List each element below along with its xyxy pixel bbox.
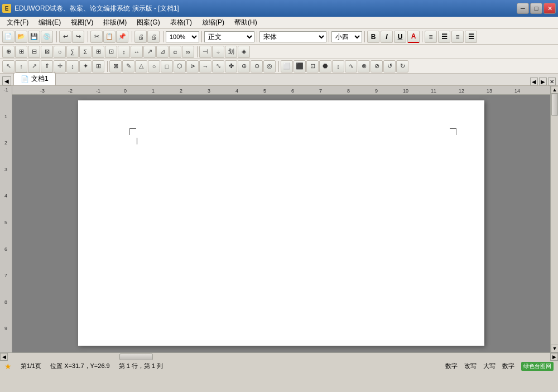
extra-btn-10[interactable]: ✎ <box>122 60 134 72</box>
draw-btn-13[interactable]: ⊿ <box>156 46 169 58</box>
draw-btn-2[interactable]: ⊞ <box>15 46 27 58</box>
draw-btn-11[interactable]: ↔ <box>131 46 143 58</box>
draw-btn-9[interactable]: ⊡ <box>105 46 117 58</box>
align-justify-button[interactable]: ☰ <box>465 31 477 43</box>
scroll-thumb[interactable] <box>551 94 558 116</box>
scroll-down-button[interactable]: ▼ <box>551 345 558 352</box>
extra-btn-6[interactable]: ↕ <box>66 60 79 72</box>
extra-btn-13[interactable]: □ <box>161 60 173 72</box>
scroll-track[interactable] <box>551 94 558 345</box>
cut-button[interactable]: ✂ <box>90 31 103 43</box>
tab-scroll-left[interactable]: ◀ <box>530 78 538 85</box>
draw-btn-15[interactable]: ∞ <box>182 46 194 58</box>
font-select[interactable]: 宋体 <box>259 31 326 42</box>
menu-graphics[interactable]: 图案(G) <box>132 17 164 28</box>
open-button[interactable]: 📂 <box>15 31 27 43</box>
hscroll-left-button[interactable]: ◀ <box>0 353 8 361</box>
status-mode1[interactable]: 数字 <box>445 362 458 371</box>
style-select[interactable]: 正文 <box>204 31 254 42</box>
status-mode3[interactable]: 大写 <box>483 362 496 371</box>
extra-btn-27[interactable]: ∿ <box>345 60 357 72</box>
close-button[interactable]: ✕ <box>543 3 556 14</box>
new-button[interactable]: 📄 <box>2 31 15 43</box>
status-mode4[interactable]: 数字 <box>502 362 514 371</box>
minimize-button[interactable]: ─ <box>517 3 529 14</box>
font-color-button[interactable]: A <box>407 31 420 43</box>
hscroll-thumb[interactable] <box>119 354 153 360</box>
extra-btn-2[interactable]: ↑ <box>15 60 27 72</box>
extra-btn-21[interactable]: ◎ <box>263 60 276 72</box>
extra-btn-23[interactable]: ⬛ <box>294 60 306 72</box>
draw-btn-10[interactable]: ↕ <box>118 46 130 58</box>
extra-btn-20[interactable]: ⊙ <box>251 60 263 72</box>
menu-layout[interactable]: 排版(M) <box>99 17 131 28</box>
save-button[interactable]: 💾 <box>28 31 40 43</box>
size-select[interactable]: 小四 <box>331 31 362 42</box>
menu-view[interactable]: 视图(V) <box>66 17 98 28</box>
extra-btn-31[interactable]: ↻ <box>396 60 408 72</box>
extra-btn-4[interactable]: ⇑ <box>41 60 53 72</box>
menu-zoom[interactable]: 放缩(P) <box>198 17 229 28</box>
draw-btn-5[interactable]: ○ <box>54 46 66 58</box>
align-left-button[interactable]: ≡ <box>425 31 437 43</box>
extra-btn-3[interactable]: ↗ <box>28 60 40 72</box>
underline-button[interactable]: U <box>394 31 406 43</box>
draw-btn-19[interactable]: ◈ <box>238 46 250 58</box>
menu-edit[interactable]: 编辑(E) <box>34 17 65 28</box>
draw-btn-6[interactable]: ∑ <box>66 46 79 58</box>
extra-btn-12[interactable]: ○ <box>148 60 160 72</box>
scroll-up-button[interactable]: ▲ <box>551 86 558 94</box>
extra-btn-5[interactable]: ✛ <box>54 60 66 72</box>
print-button[interactable]: 🖨 <box>147 31 160 43</box>
extra-btn-11[interactable]: △ <box>135 60 147 72</box>
extra-btn-8[interactable]: ⊞ <box>92 60 104 72</box>
extra-btn-1[interactable]: ↖ <box>2 60 15 72</box>
extra-btn-7[interactable]: ✦ <box>79 60 92 72</box>
extra-btn-26[interactable]: ↕ <box>332 60 344 72</box>
align-center-button[interactable]: ☰ <box>438 31 450 43</box>
draw-btn-17[interactable]: ÷ <box>212 46 224 58</box>
hscroll-track[interactable] <box>8 353 550 361</box>
document-page[interactable]: | <box>78 100 484 346</box>
tab-scroll-right[interactable]: ▶ <box>539 78 547 85</box>
draw-btn-1[interactable]: ⊕ <box>2 46 15 58</box>
extra-btn-24[interactable]: ⊡ <box>306 60 319 72</box>
copy-button[interactable]: 📋 <box>103 31 116 43</box>
draw-btn-8[interactable]: ⊞ <box>92 46 104 58</box>
extra-btn-16[interactable]: → <box>199 60 211 72</box>
extra-btn-25[interactable]: ⬣ <box>319 60 331 72</box>
draw-btn-16[interactable]: ⊣ <box>199 46 211 58</box>
print-preview-button[interactable]: 🖨 <box>134 31 147 43</box>
extra-btn-28[interactable]: ⊗ <box>358 60 370 72</box>
status-mode2[interactable]: 改写 <box>464 362 477 371</box>
bold-button[interactable]: B <box>367 31 379 43</box>
draw-btn-7[interactable]: Σ <box>79 46 92 58</box>
extra-btn-19[interactable]: ⊕ <box>238 60 250 72</box>
italic-button[interactable]: I <box>381 31 393 43</box>
menu-help[interactable]: 帮助(H) <box>230 17 262 28</box>
extra-btn-22[interactable]: ⬜ <box>281 60 293 72</box>
extra-btn-15[interactable]: ⊳ <box>186 60 199 72</box>
tab-close[interactable]: ✕ <box>548 78 556 85</box>
paste-button[interactable]: 📌 <box>116 31 128 43</box>
extra-btn-30[interactable]: ↺ <box>383 60 396 72</box>
draw-btn-14[interactable]: α <box>169 46 181 58</box>
menu-file[interactable]: 文件(F) <box>2 17 33 28</box>
extra-btn-29[interactable]: ⊘ <box>371 60 383 72</box>
undo-button[interactable]: ↩ <box>59 31 71 43</box>
tab-doc1[interactable]: 📄 文档1 <box>13 72 56 85</box>
hscroll-right-button[interactable]: ▶ <box>550 353 558 361</box>
menu-table[interactable]: 表格(T) <box>166 17 196 28</box>
save-as-button[interactable]: 💿 <box>41 31 53 43</box>
extra-btn-14[interactable]: ⬡ <box>174 60 186 72</box>
tab-left-button[interactable]: ◀ <box>2 76 11 85</box>
draw-btn-12[interactable]: ↗ <box>143 46 156 58</box>
maximize-button[interactable]: □ <box>530 3 542 14</box>
extra-btn-9[interactable]: ⊠ <box>109 60 122 72</box>
draw-btn-18[interactable]: 划 <box>225 46 237 58</box>
redo-button[interactable]: ↪ <box>72 31 84 43</box>
extra-btn-17[interactable]: ⤡ <box>212 60 224 72</box>
content-area[interactable]: -3 -2 -1 0 1 2 3 4 5 6 7 8 9 10 11 12 13… <box>12 86 550 352</box>
draw-btn-3[interactable]: ⊟ <box>28 46 40 58</box>
zoom-select[interactable]: 100% <box>166 31 199 42</box>
